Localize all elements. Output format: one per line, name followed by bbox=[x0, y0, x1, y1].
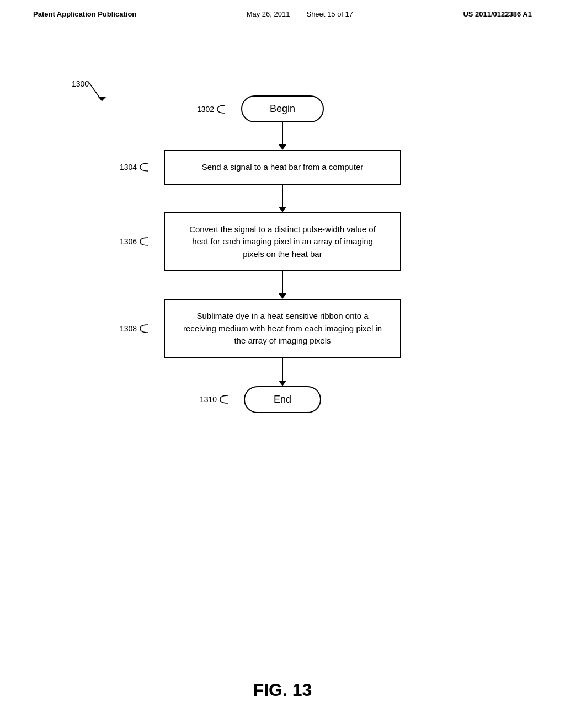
curve-1308-icon bbox=[138, 323, 150, 335]
begin-oval: Begin bbox=[241, 95, 324, 122]
header-patent: US 2011/0122386 A1 bbox=[463, 10, 532, 18]
end-oval: End bbox=[244, 386, 321, 413]
rect-1306: Convert the signal to a distinct pulse-w… bbox=[164, 212, 401, 272]
header-center: May 26, 2011 Sheet 15 of 17 bbox=[247, 10, 353, 18]
curve-1310-icon bbox=[218, 393, 230, 405]
rect-1304: Send a signal to a heat bar from a compu… bbox=[164, 150, 401, 185]
header-sheet: Sheet 15 of 17 bbox=[306, 10, 353, 18]
arrow-1300-icon bbox=[86, 79, 113, 109]
node-begin: 1302 Begin bbox=[241, 95, 324, 122]
connector-1306-to-1308 bbox=[279, 271, 286, 299]
label-1304: 1304 bbox=[120, 161, 150, 173]
curve-1306-icon bbox=[138, 235, 150, 248]
label-1306: 1306 bbox=[120, 235, 150, 248]
curve-1304-icon bbox=[138, 161, 150, 173]
node-1308: 1308 Sublimate dye in a heat sensitive r… bbox=[164, 299, 401, 358]
label-1310: 1310 bbox=[200, 393, 230, 405]
header-publication-label: Patent Application Publication bbox=[33, 10, 136, 18]
page-header: Patent Application Publication May 26, 2… bbox=[0, 0, 565, 18]
label-1302: 1302 bbox=[197, 103, 227, 115]
curve-1302-icon bbox=[215, 103, 227, 115]
svg-marker-1 bbox=[98, 97, 106, 101]
node-end: 1310 End bbox=[244, 386, 321, 413]
label-1308: 1308 bbox=[120, 323, 150, 335]
header-date: May 26, 2011 bbox=[247, 10, 290, 18]
connector-begin-to-1304 bbox=[279, 122, 286, 150]
node-1304: 1304 Send a signal to a heat bar from a … bbox=[164, 150, 401, 185]
rect-1308: Sublimate dye in a heat sensitive ribbon… bbox=[164, 299, 401, 358]
connector-1308-to-1310 bbox=[279, 358, 286, 386]
figure-caption: FIG. 13 bbox=[0, 680, 565, 700]
connector-1304-to-1306 bbox=[279, 185, 286, 212]
node-1306: 1306 Convert the signal to a distinct pu… bbox=[164, 212, 401, 272]
label-1300: 1300 bbox=[72, 79, 89, 89]
